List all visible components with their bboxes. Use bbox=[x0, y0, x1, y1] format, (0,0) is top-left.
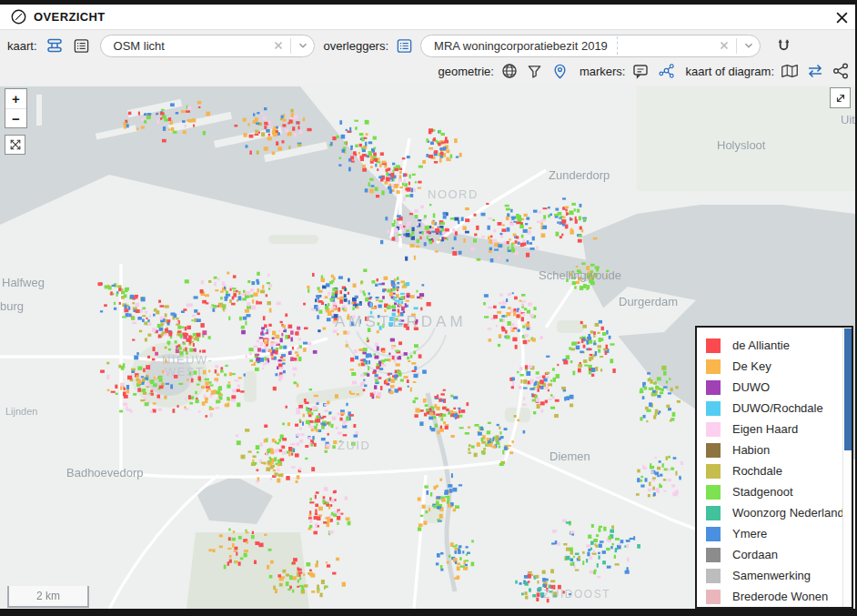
legend-label: Rochdale bbox=[732, 464, 782, 478]
kaart-label: kaart: bbox=[7, 39, 37, 53]
legend-swatch bbox=[706, 569, 721, 583]
legend-item[interactable]: Woonzorg Nederland bbox=[697, 502, 842, 523]
legend-item[interactable]: Stadgenoot bbox=[697, 481, 842, 502]
legend-label: De Key bbox=[732, 359, 771, 373]
legend-item[interactable]: Eigen Haard bbox=[697, 419, 842, 439]
legend-label: Eigen Haard bbox=[732, 422, 798, 436]
legend-item[interactable]: De Key bbox=[697, 356, 842, 377]
legend-swatch bbox=[706, 485, 721, 500]
chevron-down-icon[interactable] bbox=[292, 35, 314, 56]
overleggers-select[interactable]: MRA woningcorporatiebezit 2019 bbox=[420, 35, 761, 57]
legend-item[interactable]: de Alliantie bbox=[697, 335, 842, 356]
zoom-extent-icon bbox=[8, 137, 23, 152]
layers-icon[interactable] bbox=[45, 35, 65, 56]
legend-item[interactable]: DUWO/Rochdale bbox=[697, 398, 842, 419]
close-button[interactable] bbox=[832, 8, 851, 26]
kaart-select-value: OSM licht bbox=[114, 39, 165, 53]
legend-swatch bbox=[706, 359, 721, 374]
chevron-down-icon[interactable] bbox=[738, 35, 760, 56]
overzicht-window: OVERZICHT kaart: OSM licht bbox=[0, 0, 857, 616]
globe-icon[interactable] bbox=[499, 61, 519, 81]
location-pin-icon[interactable] bbox=[550, 61, 570, 81]
clear-icon[interactable] bbox=[267, 35, 289, 56]
legend-swatch bbox=[706, 401, 721, 416]
legend-swatch bbox=[706, 443, 721, 458]
kaart-select[interactable]: OSM licht bbox=[100, 35, 315, 57]
pill-divider bbox=[736, 38, 737, 54]
window-title: OVERZICHT bbox=[34, 10, 106, 24]
clear-icon[interactable] bbox=[713, 35, 735, 56]
kaart-of-diagram-label: kaart of diagram: bbox=[685, 65, 774, 78]
comment-icon[interactable] bbox=[630, 61, 650, 81]
overzicht-logo-icon bbox=[10, 8, 27, 25]
legend-label: Stadgenoot bbox=[732, 485, 793, 499]
overleggers-select-value: MRA woningcorporatiebezit 2019 bbox=[434, 39, 608, 53]
legend-label: Woonzorg Nederland bbox=[732, 506, 844, 520]
legend-list: de AlliantieDe KeyDUWODUWO/RochdaleEigen… bbox=[697, 335, 842, 607]
window-header: OVERZICHT bbox=[0, 5, 857, 30]
legend-label: Cordaan bbox=[732, 548, 778, 561]
legend-panel: de AlliantieDe KeyDUWODUWO/RochdaleEigen… bbox=[695, 326, 853, 609]
legend-label: Samenwerking bbox=[732, 569, 811, 582]
legend-scrollbar[interactable] bbox=[842, 328, 852, 607]
map-canvas[interactable]: HalfwegburgLijndenBadhoevedorpNIEUW-WEST… bbox=[0, 84, 855, 609]
swap-arrows-icon[interactable] bbox=[805, 61, 825, 81]
legend-swatch bbox=[706, 338, 721, 353]
legend-item[interactable]: Brederode Wonen bbox=[697, 586, 842, 607]
legend-item[interactable]: Ymere bbox=[697, 523, 842, 544]
legend-swatch bbox=[706, 527, 721, 541]
close-icon bbox=[835, 11, 849, 25]
legend-label: Brederode Wonen bbox=[732, 590, 828, 603]
zoom-control: + − bbox=[5, 88, 27, 128]
legend-label: DUWO bbox=[732, 380, 770, 394]
filter-icon[interactable] bbox=[525, 61, 545, 81]
legend-swatch bbox=[706, 506, 721, 520]
legend-label: de Alliantie bbox=[732, 338, 790, 352]
expand-icon bbox=[834, 92, 847, 105]
legend-item[interactable]: Rochdale bbox=[697, 460, 842, 481]
legend-item[interactable]: Cordaan bbox=[697, 544, 842, 565]
legend-swatch bbox=[706, 590, 721, 604]
legend-swatch bbox=[706, 464, 721, 479]
zoom-extent-button[interactable] bbox=[5, 135, 25, 155]
window-frame-top bbox=[0, 0, 857, 5]
cluster-icon[interactable] bbox=[656, 61, 676, 81]
legend-item[interactable]: Samenwerking bbox=[697, 565, 842, 586]
legend-label: DUWO/Rochdale bbox=[732, 401, 823, 415]
markers-label: markers: bbox=[580, 65, 626, 78]
overleggers-label: overleggers: bbox=[324, 39, 389, 53]
window-frame-bottom bbox=[0, 609, 857, 616]
legend-swatch bbox=[706, 422, 721, 437]
geometrie-label: geometrie: bbox=[438, 65, 493, 78]
legend-swatch bbox=[706, 548, 721, 562]
legend-item[interactable]: DUWO bbox=[697, 377, 842, 398]
overlay-list-icon[interactable] bbox=[394, 35, 414, 56]
scale-label: 2 km bbox=[36, 590, 60, 602]
legend-swatch bbox=[706, 380, 721, 395]
legend-item[interactable]: Habion bbox=[697, 439, 842, 460]
toolbar: kaart: OSM licht overleggers: bbox=[0, 30, 857, 84]
expand-button[interactable] bbox=[830, 87, 851, 108]
share-icon[interactable] bbox=[831, 61, 851, 81]
list-icon[interactable] bbox=[72, 35, 92, 56]
map-icon[interactable] bbox=[780, 61, 800, 81]
toolbar-row-tools: geometrie: markers: kaart of diagram: bbox=[0, 60, 851, 82]
tag-boundary-divider bbox=[617, 36, 618, 55]
zoom-in-button[interactable]: + bbox=[5, 89, 26, 108]
magnet-icon[interactable] bbox=[773, 35, 793, 56]
legend-label: Ymere bbox=[732, 527, 767, 540]
toolbar-row-layers: kaart: OSM licht overleggers: bbox=[7, 34, 850, 57]
zoom-out-button[interactable]: − bbox=[5, 108, 26, 127]
pill-divider bbox=[290, 38, 291, 54]
legend-scrollbar-thumb[interactable] bbox=[844, 328, 852, 450]
legend-label: Habion bbox=[732, 443, 770, 457]
scale-bar: 2 km bbox=[7, 586, 89, 608]
